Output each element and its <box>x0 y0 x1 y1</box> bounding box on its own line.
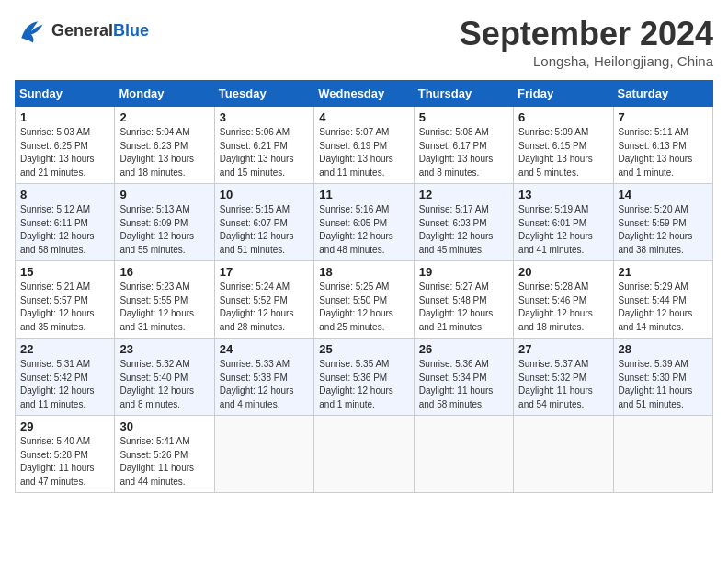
day-number: 10 <box>220 188 309 201</box>
day-number: 20 <box>518 265 608 279</box>
day-info: Sunrise: 5:04 AM Sunset: 6:23 PM Dayligh… <box>119 126 209 179</box>
day-number: 25 <box>319 342 408 356</box>
day-header-sunday: Sunday <box>16 81 115 107</box>
day-info: Sunrise: 5:35 AM Sunset: 5:36 PM Dayligh… <box>319 358 408 411</box>
day-number: 27 <box>518 342 608 356</box>
calendar-cell: 20Sunrise: 5:28 AM Sunset: 5:46 PM Dayli… <box>514 261 613 339</box>
day-info: Sunrise: 5:06 AM Sunset: 6:21 PM Dayligh… <box>220 126 309 179</box>
day-header-wednesday: Wednesday <box>314 81 414 107</box>
day-number: 1 <box>20 110 109 124</box>
day-info: Sunrise: 5:24 AM Sunset: 5:52 PM Dayligh… <box>220 281 309 334</box>
calendar-week-row: 29Sunrise: 5:40 AM Sunset: 5:28 PM Dayli… <box>16 416 713 493</box>
day-number: 17 <box>220 265 309 279</box>
day-number: 23 <box>119 342 209 356</box>
calendar-header-row: SundayMondayTuesdayWednesdayThursdayFrid… <box>16 81 713 107</box>
day-info: Sunrise: 5:21 AM Sunset: 5:57 PM Dayligh… <box>20 281 109 334</box>
day-info: Sunrise: 5:37 AM Sunset: 5:32 PM Dayligh… <box>518 358 608 411</box>
calendar-cell: 19Sunrise: 5:27 AM Sunset: 5:48 PM Dayli… <box>414 261 513 339</box>
logo-blue: Blue <box>113 21 149 40</box>
calendar-cell: 27Sunrise: 5:37 AM Sunset: 5:32 PM Dayli… <box>514 339 613 416</box>
day-info: Sunrise: 5:39 AM Sunset: 5:30 PM Dayligh… <box>619 358 708 411</box>
calendar-cell: 30Sunrise: 5:41 AM Sunset: 5:26 PM Dayli… <box>115 416 214 493</box>
day-info: Sunrise: 5:17 AM Sunset: 6:03 PM Dayligh… <box>419 203 508 257</box>
calendar-cell: 24Sunrise: 5:33 AM Sunset: 5:38 PM Dayli… <box>214 339 313 416</box>
day-info: Sunrise: 5:31 AM Sunset: 5:42 PM Dayligh… <box>20 358 109 411</box>
calendar-cell: 5Sunrise: 5:08 AM Sunset: 6:17 PM Daylig… <box>414 107 513 184</box>
day-header-monday: Monday <box>115 81 214 107</box>
day-number: 18 <box>319 265 408 279</box>
day-number: 7 <box>619 110 708 124</box>
calendar-cell: 14Sunrise: 5:20 AM Sunset: 5:59 PM Dayli… <box>613 184 712 261</box>
month-year: September 2024 <box>460 15 713 53</box>
calendar-week-row: 1Sunrise: 5:03 AM Sunset: 6:25 PM Daylig… <box>16 107 713 184</box>
day-number: 11 <box>319 188 408 201</box>
calendar-cell: 28Sunrise: 5:39 AM Sunset: 5:30 PM Dayli… <box>613 339 712 416</box>
header: GeneralBlue September 2024 Longsha, Heil… <box>15 15 713 69</box>
day-info: Sunrise: 5:23 AM Sunset: 5:55 PM Dayligh… <box>119 281 209 334</box>
day-info: Sunrise: 5:08 AM Sunset: 6:17 PM Dayligh… <box>419 126 508 179</box>
calendar-cell: 1Sunrise: 5:03 AM Sunset: 6:25 PM Daylig… <box>16 107 115 184</box>
calendar-week-row: 22Sunrise: 5:31 AM Sunset: 5:42 PM Dayli… <box>16 339 713 416</box>
calendar-week-row: 15Sunrise: 5:21 AM Sunset: 5:57 PM Dayli… <box>16 261 713 339</box>
day-number: 22 <box>20 342 109 356</box>
day-info: Sunrise: 5:40 AM Sunset: 5:28 PM Dayligh… <box>20 435 109 488</box>
day-info: Sunrise: 5:15 AM Sunset: 6:07 PM Dayligh… <box>220 203 309 257</box>
calendar-week-row: 8Sunrise: 5:12 AM Sunset: 6:11 PM Daylig… <box>16 184 713 261</box>
calendar-cell: 22Sunrise: 5:31 AM Sunset: 5:42 PM Dayli… <box>16 339 115 416</box>
day-header-tuesday: Tuesday <box>214 81 313 107</box>
calendar-cell: 11Sunrise: 5:16 AM Sunset: 6:05 PM Dayli… <box>314 184 414 261</box>
day-info: Sunrise: 5:11 AM Sunset: 6:13 PM Dayligh… <box>619 126 708 179</box>
calendar-cell: 25Sunrise: 5:35 AM Sunset: 5:36 PM Dayli… <box>314 339 414 416</box>
calendar-cell: 10Sunrise: 5:15 AM Sunset: 6:07 PM Dayli… <box>214 184 313 261</box>
day-info: Sunrise: 5:29 AM Sunset: 5:44 PM Dayligh… <box>619 281 708 334</box>
day-number: 6 <box>518 110 608 124</box>
calendar-table: SundayMondayTuesdayWednesdayThursdayFrid… <box>15 80 713 493</box>
logo-text: GeneralBlue <box>51 22 149 40</box>
day-number: 14 <box>619 188 708 201</box>
day-number: 24 <box>220 342 309 356</box>
day-info: Sunrise: 5:20 AM Sunset: 5:59 PM Dayligh… <box>619 203 708 257</box>
calendar-cell: 12Sunrise: 5:17 AM Sunset: 6:03 PM Dayli… <box>414 184 513 261</box>
calendar-cell: 2Sunrise: 5:04 AM Sunset: 6:23 PM Daylig… <box>115 107 214 184</box>
day-info: Sunrise: 5:16 AM Sunset: 6:05 PM Dayligh… <box>319 203 408 257</box>
calendar-cell: 4Sunrise: 5:07 AM Sunset: 6:19 PM Daylig… <box>314 107 414 184</box>
day-number: 9 <box>119 188 209 201</box>
day-info: Sunrise: 5:32 AM Sunset: 5:40 PM Dayligh… <box>119 358 209 411</box>
logo: GeneralBlue <box>15 15 149 48</box>
day-number: 26 <box>419 342 508 356</box>
day-number: 4 <box>319 110 408 124</box>
day-number: 15 <box>20 265 109 279</box>
calendar-cell: 18Sunrise: 5:25 AM Sunset: 5:50 PM Dayli… <box>314 261 414 339</box>
day-number: 28 <box>619 342 708 356</box>
day-info: Sunrise: 5:09 AM Sunset: 6:15 PM Dayligh… <box>518 126 608 179</box>
day-info: Sunrise: 5:28 AM Sunset: 5:46 PM Dayligh… <box>518 281 608 334</box>
calendar-cell: 29Sunrise: 5:40 AM Sunset: 5:28 PM Dayli… <box>16 416 115 493</box>
calendar-cell: 17Sunrise: 5:24 AM Sunset: 5:52 PM Dayli… <box>214 261 313 339</box>
logo-icon <box>15 15 48 48</box>
day-info: Sunrise: 5:13 AM Sunset: 6:09 PM Dayligh… <box>119 203 209 257</box>
calendar-cell <box>314 416 414 493</box>
day-number: 13 <box>518 188 608 201</box>
day-number: 5 <box>419 110 508 124</box>
day-number: 16 <box>119 265 209 279</box>
day-header-saturday: Saturday <box>613 81 712 107</box>
day-info: Sunrise: 5:12 AM Sunset: 6:11 PM Dayligh… <box>20 203 109 257</box>
day-number: 19 <box>419 265 508 279</box>
day-number: 8 <box>20 188 109 201</box>
day-info: Sunrise: 5:41 AM Sunset: 5:26 PM Dayligh… <box>119 435 209 488</box>
day-number: 21 <box>619 265 708 279</box>
calendar-cell: 6Sunrise: 5:09 AM Sunset: 6:15 PM Daylig… <box>514 107 613 184</box>
calendar-cell: 8Sunrise: 5:12 AM Sunset: 6:11 PM Daylig… <box>16 184 115 261</box>
calendar-cell: 16Sunrise: 5:23 AM Sunset: 5:55 PM Dayli… <box>115 261 214 339</box>
calendar-cell: 3Sunrise: 5:06 AM Sunset: 6:21 PM Daylig… <box>214 107 313 184</box>
day-number: 3 <box>220 110 309 124</box>
calendar-cell <box>514 416 613 493</box>
title-area: September 2024 Longsha, Heilongjiang, Ch… <box>460 15 713 69</box>
calendar-cell: 26Sunrise: 5:36 AM Sunset: 5:34 PM Dayli… <box>414 339 513 416</box>
day-info: Sunrise: 5:33 AM Sunset: 5:38 PM Dayligh… <box>220 358 309 411</box>
day-number: 30 <box>119 419 209 433</box>
day-number: 12 <box>419 188 508 201</box>
day-info: Sunrise: 5:07 AM Sunset: 6:19 PM Dayligh… <box>319 126 408 179</box>
day-header-thursday: Thursday <box>414 81 513 107</box>
calendar-cell: 9Sunrise: 5:13 AM Sunset: 6:09 PM Daylig… <box>115 184 214 261</box>
